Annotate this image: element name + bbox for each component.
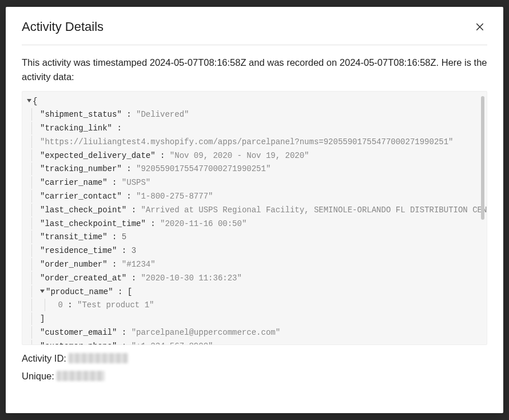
json-row-shipment-status: "shipment_status" : "Delivered": [25, 108, 484, 122]
unique-row: Unique:: [22, 371, 487, 382]
json-row-carrier-contact: "carrier_contact" : "1-800-275-8777": [25, 190, 484, 204]
json-row-product-name-item0: 0 : "Test product 1": [25, 299, 484, 312]
close-icon: [475, 22, 485, 32]
json-row-residence-time: "residence_time" : 3: [25, 244, 484, 258]
json-row-customer-phone: "customer_phone" : "+1 234 567 8900": [25, 340, 484, 345]
activity-id-value-redacted: [69, 353, 128, 363]
activity-description: This activity was timestamped 2024-05-07…: [22, 56, 487, 84]
activity-id-row: Activity ID:: [22, 353, 487, 364]
json-row-order-number: "order_number" : "#1234": [25, 258, 484, 272]
close-button[interactable]: [472, 19, 487, 34]
json-row-last-checkpoint-time: "last_checkpoint_time" : "2020-11-16 00:…: [25, 217, 484, 231]
modal-title: Activity Details: [22, 19, 104, 34]
json-row-carrier-name: "carrier_name" : "USPS": [25, 176, 484, 190]
json-row-order-created-at: "order_created_at" : "2020-10-30 11:36:2…: [25, 272, 484, 286]
json-row-last-check-point: "last_check_point" : "Arrived at USPS Re…: [25, 204, 484, 217]
activity-details-modal: Activity Details This activity was times…: [6, 7, 503, 413]
unique-label: Unique:: [22, 371, 54, 382]
unique-value-redacted: [57, 371, 105, 381]
caret-icon[interactable]: [27, 99, 31, 102]
json-row-tracking-link-key: "tracking_link" :: [25, 122, 484, 136]
caret-icon[interactable]: [40, 290, 45, 293]
json-row-tracking-number: "tracking_number" : "9205590175547700027…: [25, 163, 484, 176]
json-row-tracking-link-value: "https://liuliangtest4.myshopify.com/app…: [25, 136, 484, 149]
modal-header: Activity Details: [22, 19, 487, 45]
json-row-product-name-open: "product_name" : [: [25, 286, 484, 299]
json-row-expected-delivery-date: "expected_delivery_date" : "Nov 09, 2020…: [25, 149, 484, 163]
json-row-product-name-close: ]: [25, 312, 484, 326]
json-root-open: {: [25, 95, 484, 109]
scrollbar-thumb[interactable]: [481, 96, 484, 220]
json-viewer[interactable]: { "shipment_status" : "Delivered" "track…: [22, 91, 487, 345]
activity-id-label: Activity ID:: [22, 353, 66, 364]
json-row-transit-time: "transit_time" : 5: [25, 231, 484, 244]
json-row-customer-email: "customer_email" : "parcelpanel@uppercom…: [25, 326, 484, 340]
